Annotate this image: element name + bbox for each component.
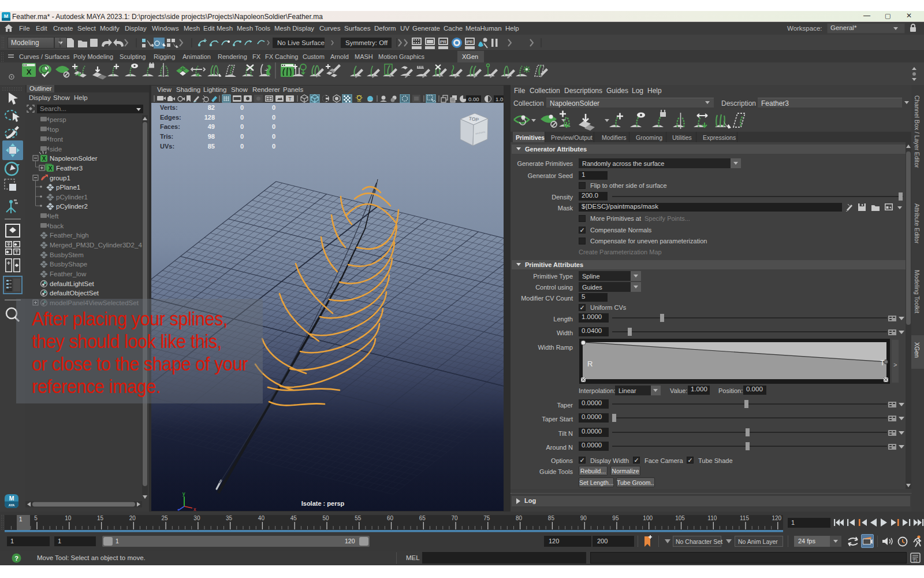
svg-text:x: x [193, 506, 196, 511]
svg-text:110: 110 [707, 515, 717, 521]
svg-text:R: R [587, 360, 593, 368]
svg-text:0: 0 [272, 133, 275, 140]
svg-text:Feather_low: Feather_low [50, 271, 87, 277]
svg-text:0: 0 [240, 123, 244, 130]
svg-text:0: 0 [272, 104, 275, 111]
svg-text:M: M [9, 495, 14, 502]
svg-text:left: left [50, 213, 59, 220]
svg-text:40: 40 [258, 515, 265, 521]
svg-text:70: 70 [452, 515, 459, 521]
svg-text:0: 0 [240, 114, 244, 121]
svg-text:Tris:: Tris: [160, 133, 173, 140]
svg-text:15: 15 [97, 515, 104, 521]
svg-text:Faces:: Faces: [160, 123, 180, 130]
svg-text:128: 128 [204, 114, 215, 121]
svg-text:1.0: 1.0 [495, 96, 503, 102]
svg-text:front: front [50, 136, 64, 143]
svg-text:1: 1 [19, 516, 23, 523]
svg-text:20: 20 [129, 515, 136, 521]
svg-text:side: side [50, 146, 62, 153]
svg-text:115: 115 [740, 515, 749, 521]
svg-text:Feather3: Feather3 [56, 165, 83, 172]
svg-text:back: back [50, 223, 64, 229]
svg-text:55: 55 [355, 515, 362, 521]
svg-text:group1: group1 [50, 175, 70, 181]
svg-text:Verts:: Verts: [160, 104, 178, 111]
svg-text:Feather_high: Feather_high [50, 232, 89, 239]
svg-text:y: y [182, 491, 185, 497]
svg-text:top: top [50, 126, 59, 133]
svg-text:0.00: 0.00 [468, 96, 479, 102]
svg-text:defaultLightSet: defaultLightSet [50, 280, 95, 287]
svg-text:65: 65 [419, 515, 426, 521]
svg-text:0: 0 [272, 123, 275, 130]
svg-text:defaultObjectSet: defaultObjectSet [50, 290, 99, 297]
svg-text:Merged_PM3D_Cylinder3D2_4: Merged_PM3D_Cylinder3D2_4 [50, 242, 142, 249]
svg-text:0: 0 [272, 143, 275, 150]
svg-text:AYA: AYA [9, 503, 15, 507]
svg-text:UVs:: UVs: [160, 143, 174, 150]
svg-text:35: 35 [226, 515, 233, 521]
svg-text:Isolate : persp: Isolate : persp [301, 500, 345, 507]
svg-text:50: 50 [322, 515, 329, 521]
svg-text:IPR: IPR [466, 40, 473, 44]
svg-text:Edges:: Edges: [160, 114, 181, 121]
svg-text:85: 85 [208, 143, 215, 150]
svg-text:75: 75 [483, 515, 490, 521]
svg-text:No Live Surface: No Live Surface [277, 39, 325, 46]
svg-text:100: 100 [643, 515, 653, 521]
svg-text:10: 10 [65, 515, 72, 521]
svg-text:120: 120 [772, 515, 781, 521]
svg-text:0: 0 [272, 114, 275, 121]
svg-text:45: 45 [290, 515, 297, 521]
svg-text:{;}: {;} [914, 558, 918, 562]
svg-text:Symmetry: Off: Symmetry: Off [345, 39, 388, 46]
svg-text:pPlane1: pPlane1 [56, 184, 80, 191]
svg-text:0: 0 [240, 104, 244, 111]
svg-text:105: 105 [675, 515, 685, 521]
svg-text:T: T [880, 358, 885, 367]
svg-text:persp: persp [50, 116, 66, 123]
svg-text:pCylinder1: pCylinder1 [56, 194, 88, 201]
svg-text:?: ? [14, 555, 18, 562]
svg-text:82: 82 [208, 104, 215, 111]
svg-text:80: 80 [516, 515, 523, 521]
svg-text:25: 25 [162, 515, 169, 521]
svg-text:T: T [288, 96, 292, 102]
svg-text:95: 95 [612, 515, 619, 521]
svg-text:X: X [27, 68, 32, 76]
svg-text:pCylinder2: pCylinder2 [56, 203, 88, 210]
svg-text:0: 0 [240, 143, 244, 150]
svg-text:60: 60 [387, 515, 394, 521]
svg-text:30: 30 [193, 515, 200, 521]
svg-text:PR: PR [440, 39, 446, 45]
svg-text:0: 0 [240, 133, 244, 140]
svg-text:85: 85 [548, 515, 555, 521]
svg-text:5: 5 [34, 515, 38, 521]
svg-text:49: 49 [208, 123, 215, 130]
svg-text:NapoleonSolder: NapoleonSolder [50, 155, 98, 162]
svg-text:BusbyStem: BusbyStem [50, 251, 84, 258]
svg-text:M: M [4, 13, 9, 19]
svg-text:90: 90 [580, 515, 587, 521]
svg-text:98: 98 [208, 133, 215, 140]
svg-text:BusbyShape: BusbyShape [50, 261, 87, 268]
